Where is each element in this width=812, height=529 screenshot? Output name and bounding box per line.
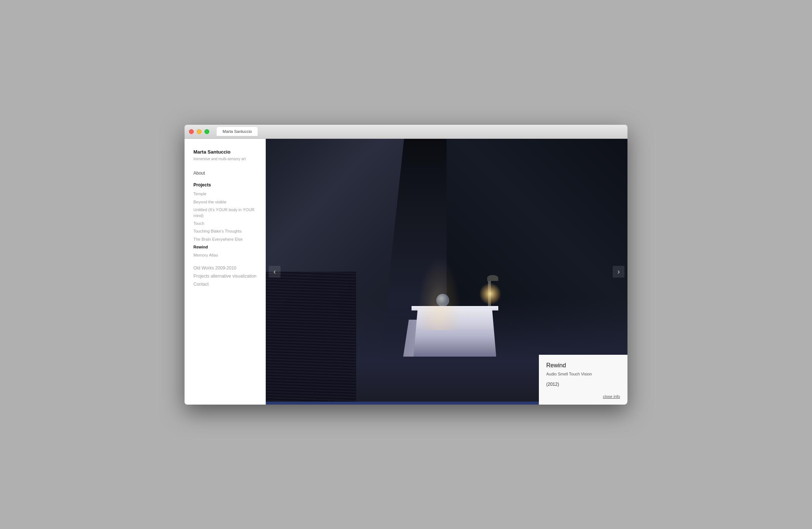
browser-tab: Marta Santuccio (217, 127, 258, 136)
info-year: (2012) (546, 382, 620, 387)
browser-window: Marta Santuccio Marta Santuccio immersiv… (185, 125, 627, 405)
nav-alt-viz-link[interactable]: Projects alternative visualization (193, 274, 257, 279)
next-arrow-button[interactable]: › (613, 266, 625, 278)
close-button[interactable] (189, 129, 194, 134)
lamp-head (487, 275, 498, 281)
nav-item-memory-atlas[interactable]: Memory Atlas (193, 253, 257, 258)
maximize-button[interactable] (204, 129, 209, 134)
info-title: Rewind (546, 362, 620, 369)
nav-item-beyond[interactable]: Beyond the visible (193, 199, 257, 205)
nav-item-untitled[interactable]: Untitled (It's YOUR body in YOUR mind) (193, 207, 257, 219)
nav-contact-link[interactable]: Contact (193, 282, 257, 287)
browser-content: Marta Santuccio immersive and multi-sens… (185, 139, 627, 405)
main-image-area: ‹ › Rewind Audio Smell Touch Vision (201… (266, 139, 627, 405)
browser-titlebar: Marta Santuccio (185, 125, 627, 139)
close-info-button[interactable]: close info (546, 394, 620, 399)
nav-item-touch[interactable]: Touch (193, 221, 257, 226)
table-cloth-right (488, 320, 506, 357)
prev-arrow-button[interactable]: ‹ (269, 266, 281, 278)
old-works-section: Old Works 2009-2010 Projects alternative… (193, 265, 257, 287)
nav-item-brain[interactable]: The Brain Everywhere Else (193, 237, 257, 242)
site-title: Marta Santuccio (193, 149, 257, 155)
nav-old-works-link[interactable]: Old Works 2009-2010 (193, 265, 257, 271)
nav-item-temple[interactable]: Temple (193, 191, 257, 197)
nav-about-link[interactable]: About (193, 171, 257, 176)
site-subtitle: immersive and multi-sensory art (193, 157, 257, 162)
sidebar: Marta Santuccio immersive and multi-sens… (185, 139, 266, 405)
info-panel: Rewind Audio Smell Touch Vision (2012) c… (539, 355, 627, 405)
nav-item-rewind[interactable]: Rewind (193, 244, 257, 250)
info-subtitle: Audio Smell Touch Vision (546, 371, 620, 377)
plastic-rolls (266, 272, 356, 405)
nav-item-touching-blake[interactable]: Touching Blake's Thoughts (193, 229, 257, 234)
projects-section-label: Projects (193, 182, 257, 188)
minimize-button[interactable] (197, 129, 202, 134)
light-beam (417, 256, 461, 330)
bottom-accent-bar (266, 402, 539, 405)
lamp-light (479, 283, 501, 305)
